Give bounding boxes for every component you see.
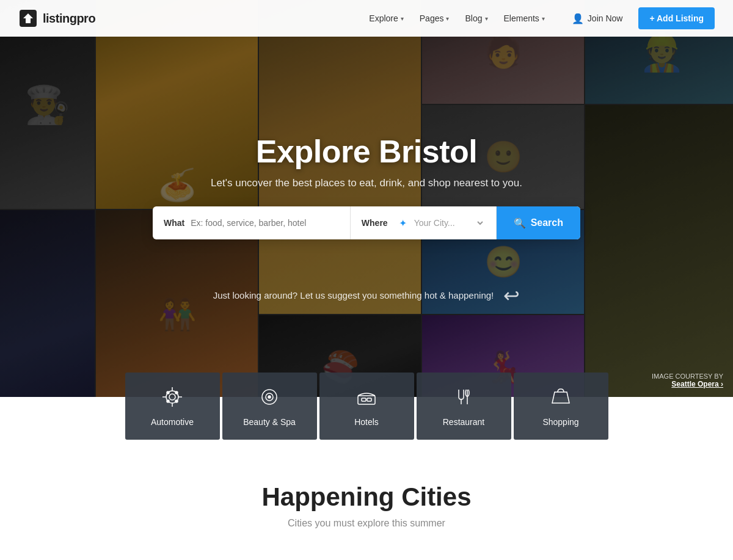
hero-content: Explore Bristol Let's uncover the best p… (153, 133, 580, 239)
city-select[interactable]: Your City... Bristol London Manchester (412, 217, 485, 228)
happening-cities-subtitle: Cities you must explore this summer (12, 518, 721, 529)
category-shopping[interactable]: Shopping (514, 373, 608, 440)
hotels-icon (356, 386, 377, 411)
svg-point-9 (268, 396, 271, 398)
beauty-spa-icon (258, 386, 280, 411)
automotive-icon (161, 386, 183, 411)
hero-subtitle: Let's uncover the best places to eat, dr… (153, 177, 580, 189)
category-automotive[interactable]: Automotive (125, 373, 220, 440)
svg-point-2 (169, 394, 175, 400)
svg-rect-11 (362, 398, 366, 401)
city-cards-row (0, 547, 733, 560)
category-hotels[interactable]: Hotels (319, 373, 414, 440)
svg-point-4 (175, 391, 178, 394)
chevron-down-icon: ▾ (401, 15, 404, 22)
hero-section: 👨‍🍳 🍝 👫 🍣 🧑 🙂 😊 💃 👷 (0, 0, 733, 397)
nav-blog[interactable]: Blog ▾ (459, 9, 494, 28)
nav-links: Explore ▾ Pages ▾ Blog ▾ Elements ▾ (363, 9, 551, 28)
category-beauty-spa[interactable]: Beauty & Spa (222, 373, 317, 440)
hotels-label: Hotels (354, 417, 379, 427)
chevron-down-icon: ▾ (446, 15, 449, 22)
nav-explore[interactable]: Explore ▾ (363, 9, 409, 28)
chevron-down-icon: ▾ (485, 15, 488, 22)
nav-elements[interactable]: Elements ▾ (498, 9, 551, 28)
automotive-label: Automotive (151, 417, 194, 427)
join-now-button[interactable]: 👤 Join Now (563, 8, 632, 29)
search-where-field[interactable]: Where ✦ Your City... Bristol London Manc… (351, 206, 497, 239)
nav-pages[interactable]: Pages ▾ (414, 9, 456, 28)
add-listing-button[interactable]: + Add Listing (638, 7, 715, 29)
happening-cities-title: Happening Cities (12, 482, 721, 512)
what-label: What (164, 218, 184, 228)
restaurant-label: Restaurant (443, 417, 484, 427)
svg-rect-12 (367, 398, 371, 401)
svg-point-5 (175, 400, 178, 402)
search-button[interactable]: 🔍 Search (497, 206, 580, 239)
happening-cities-section: Happening Cities Cities you must explore… (0, 440, 733, 547)
swirl-icon: ↩ (503, 280, 520, 311)
chevron-down-icon: ▾ (542, 15, 545, 22)
search-icon: 🔍 (514, 217, 526, 229)
svg-point-3 (167, 391, 169, 394)
search-what-field: What (153, 206, 351, 239)
beauty-spa-label: Beauty & Spa (243, 417, 296, 427)
category-restaurant[interactable]: Restaurant (417, 373, 511, 440)
restaurant-icon (453, 386, 475, 411)
suggestion-text: Just looking around? Let us suggest you … (213, 280, 520, 311)
search-what-input[interactable] (191, 218, 339, 228)
search-bar: What Where ✦ Your City... Bristol London… (153, 206, 580, 239)
hero-title: Explore Bristol (153, 133, 580, 170)
navbar: listingpro Explore ▾ Pages ▾ Blog ▾ Elem… (0, 0, 733, 37)
svg-point-6 (167, 400, 169, 402)
location-icon: ✦ (399, 217, 407, 229)
where-label: Where (362, 218, 388, 228)
nav-actions: 👤 Join Now + Add Listing (563, 7, 715, 29)
shopping-label: Shopping (542, 417, 578, 427)
svg-rect-10 (358, 396, 375, 404)
logo-icon (18, 9, 38, 28)
shopping-icon (550, 386, 572, 411)
logo-text: listingpro (43, 12, 95, 26)
logo-area[interactable]: listingpro (18, 9, 95, 28)
category-section: Automotive Beauty & Spa Hotels (0, 373, 733, 440)
user-icon: 👤 (572, 13, 584, 24)
